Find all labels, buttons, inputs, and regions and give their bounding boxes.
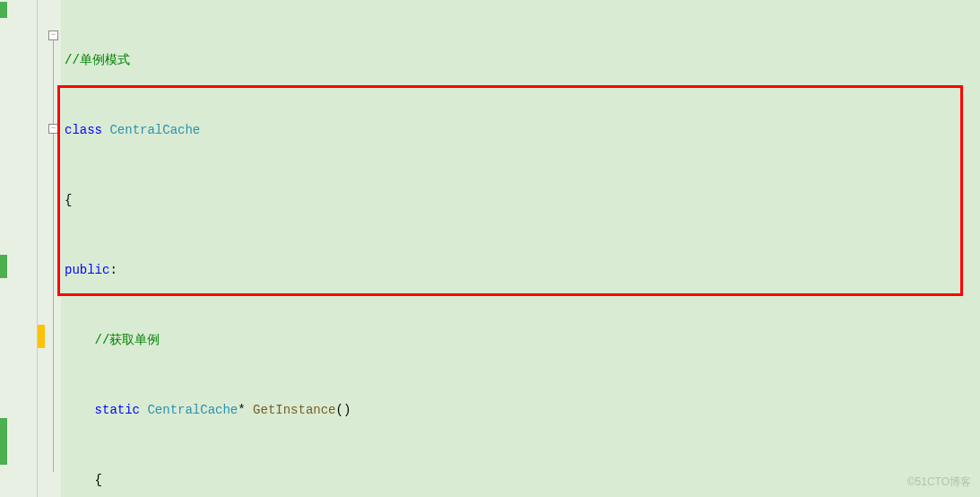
type-name: CentralCache	[109, 123, 200, 137]
keyword: class	[65, 123, 102, 137]
code-area[interactable]: //单例模式 class CentralCache { public: //获取…	[61, 0, 980, 497]
keyword: static	[95, 403, 140, 417]
brace: {	[65, 193, 72, 207]
brace: {	[95, 473, 102, 487]
function-name: GetInstance	[253, 403, 335, 417]
change-markers-column	[0, 0, 11, 497]
type-name: CentralCache	[147, 403, 238, 417]
watermark: ©51CTO博客	[907, 475, 971, 490]
fold-column: − −	[47, 0, 61, 497]
line-number-gutter	[11, 0, 38, 497]
keyword: public	[65, 263, 109, 277]
change-markers-column-2	[38, 0, 47, 497]
comment: //获取单例	[95, 333, 160, 347]
fold-toggle-icon[interactable]: −	[48, 124, 58, 134]
comment: //单例模式	[65, 53, 130, 67]
fold-toggle-icon[interactable]: −	[48, 31, 58, 40]
code-editor[interactable]: − − //单例模式 class CentralCache { public: …	[0, 0, 980, 497]
